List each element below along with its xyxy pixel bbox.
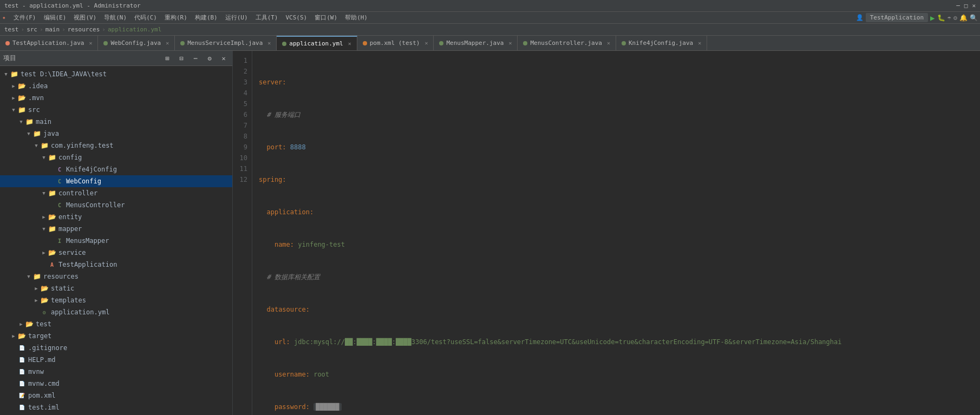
tab-close-TestApplication[interactable]: ✕	[89, 40, 92, 46]
tab-close-Knife4jConfig[interactable]: ✕	[698, 40, 701, 46]
search-everywhere[interactable]: 🔍	[970, 14, 978, 22]
menu-tools[interactable]: 工具(T)	[252, 12, 282, 23]
sidebar-layout-btn[interactable]: ⊞	[162, 53, 173, 64]
titlebar-app-label: test - application.yml - Administrator	[4, 2, 141, 9]
default-file-icon-mvnw-cmd: 📄	[17, 379, 26, 388]
menu-navigate[interactable]: 导航(N)	[101, 12, 130, 23]
menu-window[interactable]: 窗口(W)	[311, 12, 341, 23]
tree-item-mapper[interactable]: ▼ 📁 mapper	[0, 223, 232, 235]
default-file-icon-iml: 📄	[17, 403, 26, 412]
breadcrumb-item-main[interactable]: main	[45, 26, 60, 33]
line-num-6: 6	[237, 109, 247, 120]
menu-view[interactable]: 视图(V)	[70, 12, 100, 23]
tree-item-application-yml[interactable]: ▶ ⚙ application.yml	[0, 306, 232, 318]
tree-label-src: src	[28, 106, 40, 114]
tree-item-gitignore[interactable]: ▶ 📄 .gitignore	[0, 342, 232, 354]
sidebar-close-btn[interactable]: ✕	[218, 53, 229, 64]
tree-item-test-dir[interactable]: ▶ 📂 test	[0, 318, 232, 330]
tree-item-pom[interactable]: ▶ 📝 pom.xml	[0, 390, 232, 401]
more-buttons[interactable]: ⚙	[953, 14, 957, 22]
tab-application-yml[interactable]: application.yml ✕	[277, 36, 357, 50]
menu-file[interactable]: 文件(F)	[10, 12, 40, 23]
tab-close-MenusController[interactable]: ✕	[607, 40, 610, 46]
tree-item-MenusController[interactable]: ▶ C MenusController	[0, 199, 232, 211]
menu-refactor[interactable]: 重构(R)	[161, 12, 191, 23]
tree-item-config[interactable]: ▼ 📁 config	[0, 151, 232, 163]
code-area[interactable]: server: # 服务端口 port: 8888 spring: applic…	[252, 51, 980, 415]
tree-item-WebConfig[interactable]: ▶ C WebConfig	[0, 175, 232, 187]
sidebar-collapse-all-btn[interactable]: ⊟	[176, 53, 187, 64]
line-num-1: 1	[237, 55, 247, 66]
notifications-button[interactable]: 🔔	[959, 14, 968, 22]
tree-item-TestApplication[interactable]: ▶ A TestApplication	[0, 259, 232, 271]
folder-icon-templates: 📂	[40, 296, 49, 305]
tree-item-idea[interactable]: ▶ 📂 .idea	[0, 80, 232, 92]
tree-item-target[interactable]: ▶ 📂 target	[0, 330, 232, 342]
tree-item-static[interactable]: ▶ 📂 static	[0, 282, 232, 294]
tree-item-templates[interactable]: ▶ 📂 templates	[0, 294, 232, 306]
menu-code[interactable]: 代码(C)	[131, 12, 160, 23]
window-minimize[interactable]: ─	[956, 2, 960, 9]
run-config-selector[interactable]: TestApplication	[866, 13, 928, 22]
folder-icon-main: 📁	[25, 117, 34, 126]
tree-item-service[interactable]: ▶ 📂 service	[0, 247, 232, 259]
sidebar-dots-btn[interactable]: ⋯	[190, 53, 201, 64]
tab-pom-xml[interactable]: pom.xml (test) ✕	[357, 36, 434, 50]
tab-close-pom-xml[interactable]: ✕	[424, 40, 428, 46]
tree-item-mvn[interactable]: ▶ 📂 .mvn	[0, 92, 232, 104]
tree-item-controller[interactable]: ▼ 📁 controller	[0, 187, 232, 199]
folder-icon-test-dir: 📂	[25, 320, 34, 328]
menu-run[interactable]: 运行(U)	[222, 12, 251, 23]
tab-close-application-yml[interactable]: ✕	[348, 41, 351, 47]
tab-label-MenusServiceImpl: MenusServiceImpl.java	[187, 39, 263, 47]
tree-item-HELP[interactable]: ▶ 📄 HELP.md	[0, 354, 232, 366]
line-num-10: 10	[237, 153, 247, 163]
breadcrumb-item-src[interactable]: src	[27, 26, 37, 33]
tree-label-test-dir: test	[36, 320, 51, 328]
tab-TestApplication[interactable]: TestApplication.java ✕	[0, 36, 98, 50]
breadcrumb-item-resources[interactable]: resources	[68, 26, 100, 33]
window-close[interactable]: ✕	[972, 2, 976, 9]
tab-close-WebConfig[interactable]: ✕	[166, 40, 169, 46]
menu-edit[interactable]: 编辑(E)	[41, 12, 70, 23]
tab-MenusMapper[interactable]: MenusMapper.java ✕	[434, 36, 518, 50]
menu-vcs[interactable]: VCS(S)	[283, 13, 311, 22]
tab-Knife4jConfig[interactable]: Knife4jConfig.java ✕	[616, 36, 707, 50]
tree-arrow-entity: ▶	[40, 213, 48, 221]
run-button[interactable]: ▶	[930, 14, 935, 22]
tree-item-src[interactable]: ▼ 📁 src	[0, 104, 232, 116]
tree-item-Knife4jConfig[interactable]: ▶ C Knife4jConfig	[0, 163, 232, 175]
breadcrumb-item-yml[interactable]: application.yml	[108, 26, 161, 33]
tree-arrow-java: ▼	[25, 130, 32, 137]
tree-item-com-yinfeng[interactable]: ▼ 📁 com.yinfeng.test	[0, 140, 232, 151]
folder-open-icon: 📁	[10, 70, 18, 78]
coverage-button[interactable]: ☂	[948, 14, 951, 22]
window-maximize[interactable]: □	[964, 2, 968, 9]
tree-item-main[interactable]: ▼ 📁 main	[0, 116, 232, 128]
menu-help[interactable]: 帮助(H)	[342, 12, 371, 23]
sidebar-settings-btn[interactable]: ⚙	[204, 53, 215, 64]
tab-WebConfig[interactable]: WebConfig.java ✕	[98, 36, 175, 50]
menu-build[interactable]: 构建(B)	[192, 12, 221, 23]
tab-MenusServiceImpl[interactable]: MenusServiceImpl.java ✕	[175, 36, 277, 50]
tree-item-entity[interactable]: ▶ 📂 entity	[0, 211, 232, 223]
tree-item-mvnw[interactable]: ▶ 📄 mvnw	[0, 366, 232, 378]
tab-close-MenusMapper[interactable]: ✕	[508, 40, 512, 46]
breadcrumb-item-test[interactable]: test	[4, 26, 19, 33]
tree-item-java[interactable]: ▼ 📁 java	[0, 128, 232, 140]
code-line-4: spring:	[259, 174, 974, 185]
tree-label-com-yinfeng: com.yinfeng.test	[51, 142, 114, 149]
tree-item-mvnw-cmd[interactable]: ▶ 📄 mvnw.cmd	[0, 378, 232, 390]
tabbar: TestApplication.java ✕ WebConfig.java ✕ …	[0, 36, 980, 51]
tree-item-test-iml[interactable]: ▶ 📄 test.iml	[0, 401, 232, 413]
tree-label-HELP: HELP.md	[28, 356, 56, 364]
tree-item-resources[interactable]: ▼ 📁 resources	[0, 271, 232, 282]
tree-item-MenusMapper[interactable]: ▶ I MenusMapper	[0, 235, 232, 247]
folder-icon-static: 📂	[40, 284, 49, 293]
editor[interactable]: 1 2 3 4 5 6 7 8 9 10 11 12 server: # 服务端…	[233, 51, 980, 415]
tab-MenusController[interactable]: MenusController.java ✕	[518, 36, 616, 50]
tree-item-test-root[interactable]: ▼ 📁 test D:\IDEA_JAVA\test	[0, 68, 232, 80]
debug-button[interactable]: 🐛	[937, 14, 945, 22]
tab-close-MenusServiceImpl[interactable]: ✕	[267, 40, 271, 46]
editor-content: 1 2 3 4 5 6 7 8 9 10 11 12 server: # 服务端…	[233, 51, 980, 415]
